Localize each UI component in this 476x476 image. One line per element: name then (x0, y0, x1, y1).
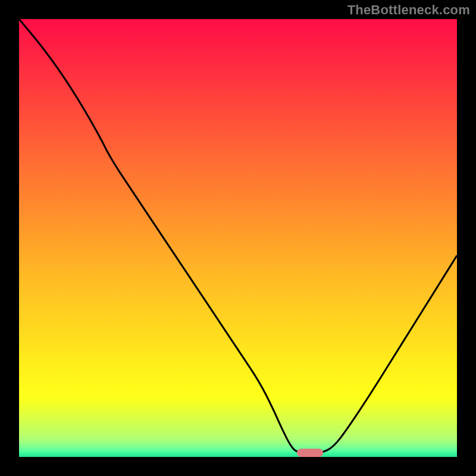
chart-container: TheBottleneck.com (0, 0, 476, 476)
plot-area (19, 19, 457, 457)
bottleneck-curve (19, 19, 457, 453)
curve-layer (19, 19, 457, 457)
watermark-label: TheBottleneck.com (347, 2, 470, 18)
plot-frame (19, 19, 457, 457)
optimal-marker (297, 449, 323, 457)
